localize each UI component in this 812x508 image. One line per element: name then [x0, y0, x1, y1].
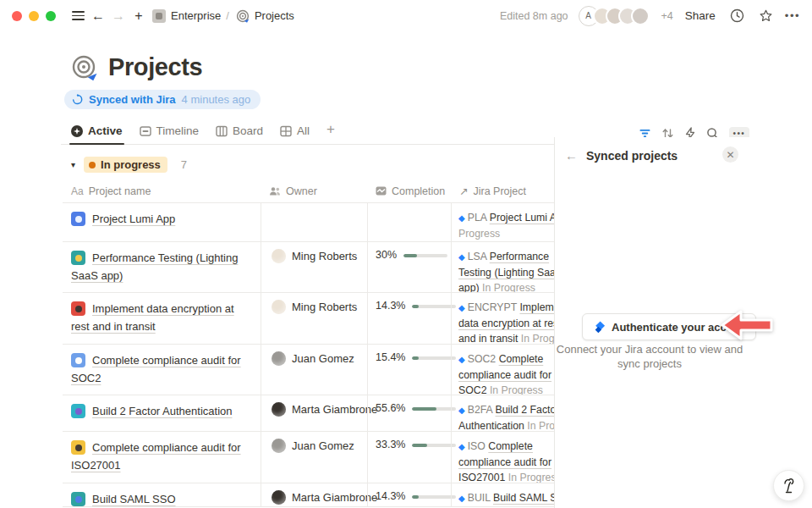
updates-clock-icon[interactable] — [727, 6, 748, 26]
owner-cell[interactable]: Marta Giambrone — [261, 395, 367, 431]
avatar — [631, 7, 650, 25]
jira-sync-badge[interactable]: Synced with Jira 4 minutes ago — [64, 90, 261, 109]
sync-badge-label: Synced with Jira — [89, 93, 176, 106]
project-page-icon — [71, 251, 85, 265]
tab-active[interactable]: Active — [71, 124, 123, 144]
notion-window: ← → + Enterprise / Projects Edited 8m ag… — [0, 0, 812, 508]
completion-cell[interactable]: 14.3% — [367, 483, 451, 506]
add-view-icon[interactable]: + — [326, 121, 335, 144]
jira-issue-icon: ◆ — [458, 494, 465, 503]
ai-face-icon — [781, 477, 798, 495]
group-status-badge[interactable]: In progress — [84, 157, 167, 173]
panel-description: Connect your Jira account to view and sy… — [555, 342, 744, 371]
progress-bar — [412, 305, 456, 308]
annotation-arrow-icon — [718, 308, 774, 342]
page-target-icon[interactable] — [71, 54, 98, 81]
owner-avatar — [272, 351, 286, 366]
tab-board[interactable]: Board — [216, 124, 263, 144]
owner-cell[interactable]: Juan Gomez — [261, 432, 367, 483]
window-toolbar: ← → + Enterprise / Projects Edited 8m ag… — [0, 0, 812, 31]
jira-issue-icon: ◆ — [458, 355, 465, 364]
collaborator-avatars[interactable]: A — [579, 6, 650, 26]
more-options-icon[interactable]: ••• — [785, 9, 800, 22]
text-type-icon: Aa — [71, 185, 84, 197]
project-page-icon — [71, 492, 85, 506]
completion-cell[interactable]: 14.3% — [367, 293, 451, 344]
jira-issue-icon: ◆ — [458, 213, 465, 223]
completion-cell[interactable]: 33.3% — [367, 432, 451, 483]
breadcrumb-separator: / — [226, 9, 229, 22]
window-controls — [12, 11, 56, 21]
sync-badge-time: 4 minutes ago — [182, 93, 251, 106]
completion-cell[interactable] — [367, 203, 451, 241]
timeline-view-icon — [140, 125, 151, 137]
notion-ai-button[interactable] — [773, 470, 804, 501]
share-button[interactable]: Share — [682, 7, 719, 25]
owner-avatar — [272, 249, 286, 263]
owner-avatar — [272, 300, 286, 314]
projects-table: Aa Project name Owner Completion — [63, 179, 584, 507]
breadcrumb-workspace[interactable]: Enterprise — [171, 9, 221, 22]
panel-close-icon[interactable]: ✕ — [722, 146, 738, 163]
tab-timeline[interactable]: Timeline — [140, 124, 200, 144]
favorite-star-icon[interactable] — [756, 6, 776, 26]
progress-bar — [412, 407, 456, 411]
owner-cell[interactable] — [261, 203, 367, 241]
table-row[interactable]: Build SAML SSO authentication. Marta Gia… — [63, 483, 584, 507]
avatar-overflow-count: +4 — [661, 10, 673, 22]
synced-projects-panel: ← Synced projects ✕ Authenticate your ac… — [554, 137, 812, 508]
jira-issue-icon: ◆ — [458, 406, 465, 415]
owner-avatar — [272, 402, 286, 417]
group-collapse-icon[interactable]: ▾ — [71, 160, 75, 169]
progress-bar — [412, 495, 456, 499]
project-page-icon — [71, 212, 85, 226]
table-row[interactable]: Performance Testing (Lighting SaaS app) … — [63, 241, 584, 292]
status-dot — [89, 162, 96, 168]
rollup-icon — [376, 186, 387, 196]
zoom-window-button[interactable] — [46, 11, 56, 21]
column-header-project-name[interactable]: Aa Project name — [63, 185, 261, 197]
owner-cell[interactable]: Ming Roberts — [261, 293, 367, 344]
jira-logo-icon — [593, 321, 606, 334]
sync-icon — [72, 94, 83, 105]
owner-avatar — [272, 439, 286, 453]
board-view-icon — [216, 125, 228, 137]
target-icon — [236, 9, 250, 23]
project-page-icon — [71, 301, 85, 316]
jira-issue-icon: ◆ — [458, 442, 465, 451]
table-row[interactable]: Project Lumi App ◆PLA Project Lumi App I… — [63, 202, 584, 241]
new-page-icon[interactable]: + — [129, 6, 149, 26]
completion-cell[interactable]: 15.4% — [367, 345, 451, 395]
edited-timestamp: Edited 8m ago — [500, 10, 568, 22]
workspace-icon — [152, 9, 166, 23]
tab-all[interactable]: All — [280, 124, 310, 144]
completion-cell[interactable]: 55.6% — [367, 395, 451, 431]
table-row[interactable]: Build 2 Factor Authentication Marta Giam… — [63, 395, 584, 431]
table-header: Aa Project name Owner Completion — [63, 179, 584, 202]
column-header-completion[interactable]: Completion — [367, 185, 451, 197]
minimize-window-button[interactable] — [29, 11, 39, 21]
sidebar-toggle-icon[interactable] — [68, 6, 88, 26]
owner-cell[interactable]: Marta Giambrone — [261, 483, 367, 506]
back-icon[interactable]: ← — [88, 6, 108, 26]
progress-bar — [412, 356, 456, 360]
forward-icon[interactable]: → — [108, 6, 129, 26]
table-view-icon — [280, 125, 292, 137]
page-title[interactable]: Projects — [108, 53, 202, 81]
column-header-owner[interactable]: Owner — [261, 185, 367, 197]
panel-back-icon[interactable]: ← — [565, 148, 578, 163]
close-window-button[interactable] — [12, 11, 22, 21]
project-page-icon — [71, 353, 85, 367]
group-count: 7 — [181, 158, 187, 171]
breadcrumb-page[interactable]: Projects — [255, 9, 294, 22]
table-row[interactable]: Complete compliance audit for ISO27001 J… — [63, 431, 584, 483]
jira-issue-icon: ◆ — [458, 303, 465, 312]
progress-bar — [403, 254, 447, 257]
starred-view-icon — [71, 125, 83, 137]
owner-cell[interactable]: Juan Gomez — [261, 345, 367, 395]
table-row[interactable]: Complete compliance audit for SOC2 Juan … — [63, 344, 584, 395]
owner-cell[interactable]: Ming Roberts — [261, 242, 367, 292]
table-row[interactable]: Implement data encryption at rest and in… — [63, 292, 584, 344]
completion-cell[interactable]: 30% — [367, 242, 451, 292]
people-icon — [269, 186, 281, 196]
